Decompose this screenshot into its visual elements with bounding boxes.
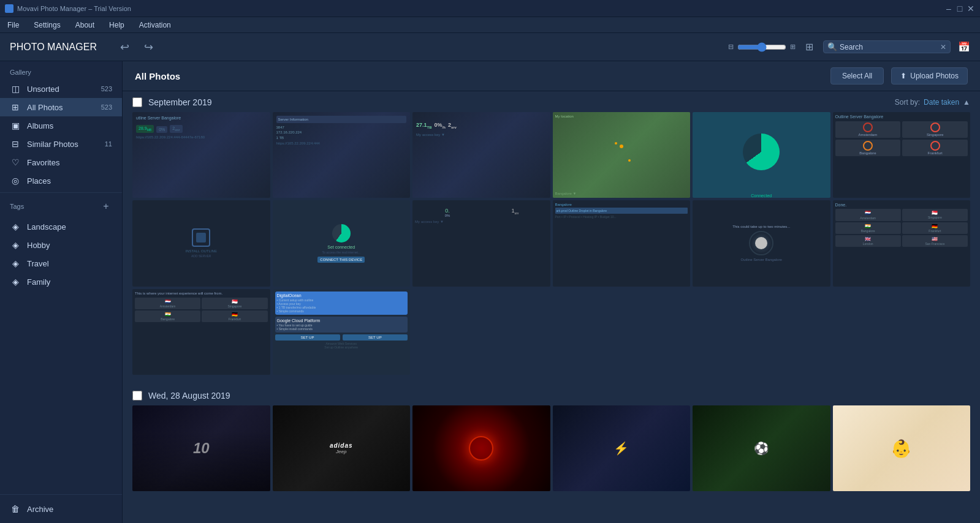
photo-thumb-aug-6[interactable]: 👶 [833,405,971,491]
menu-activation[interactable]: Activation [137,20,173,31]
sidebar-label-landscape: Landscape [27,222,112,231]
app-logo: PHOTO MANAGER [10,42,97,53]
photo-grid-aug: 10 adidas Jeep [132,405,970,491]
titlebar-left: Movavi Photo Manager – Trial Version [5,4,131,13]
favorites-icon: ♡ [10,157,21,167]
maximize-button[interactable]: □ [955,4,964,13]
tags-add-button[interactable]: + [100,200,112,213]
photo-thumb-sep-14[interactable]: DigitalOcean • Current setup with outlin… [273,289,411,375]
section-checkbox-aug[interactable] [132,391,142,401]
sidebar-item-archive[interactable]: 🗑 Archive [0,500,122,518]
search-box: 🔍 ✕ [823,40,951,53]
sidebar-item-all-photos[interactable]: ⊞ All Photos 523 [0,98,122,116]
all-photos-icon: ⊞ [10,102,21,112]
photo-thumb-aug-2[interactable]: adidas Jeep [273,405,411,491]
photo-thumb-sep-7[interactable]: INSTALL OUTLINE ADD SERVER [132,200,270,286]
sidebar-count-similar: 11 [105,140,112,148]
upload-label: Upload Photos [910,72,959,80]
undo-button[interactable]: ↩ [116,38,133,56]
photo-thumb-sep-8[interactable]: Set connected To access the real interne… [273,200,411,286]
places-icon: ◎ [10,176,21,186]
calendar-button[interactable]: 📅 [958,41,970,53]
menu-about[interactable]: About [73,20,97,31]
photo-thumb-sep-10[interactable]: Bangalore ark.prod Outline Droplet in Ba… [553,200,691,286]
minimize-button[interactable]: – [944,4,953,13]
sidebar-label-family: Family [27,277,112,287]
app-icon [5,4,13,13]
sidebar-label-hobby: Hobby [27,241,112,250]
window-controls[interactable]: – □ ✕ [944,4,975,13]
albums-icon: ▣ [10,121,21,130]
search-icon: 🔍 [827,42,837,51]
tags-label: Tags [10,203,100,210]
zoom-slider[interactable] [737,42,786,52]
photo-thumb-aug-3[interactable] [412,405,550,491]
photo-thumb-sep-2[interactable]: Server Information 3847172.16.220.2241 T… [273,112,411,198]
zoom-slider-group: ⊟ ⊞ [728,42,796,52]
photo-thumb-sep-4[interactable]: My location Bangalore ▼ [553,112,691,198]
photo-thumb-sep-1[interactable]: utline Server Bangalore 28.9MB 0% 2srvr … [132,112,270,198]
sort-value[interactable]: Date taken [924,98,959,107]
menu-file[interactable]: File [5,20,21,31]
window-title: Movavi Photo Manager – Trial Version [17,5,131,12]
photo-thumb-aug-4[interactable]: ⚡ [553,405,691,491]
view-toggle-button[interactable]: ⊞ [803,39,816,55]
sidebar-count-all-photos: 523 [101,103,112,111]
content-header: All Photos Select All ⬆ Upload Photos [123,61,980,91]
search-clear-icon[interactable]: ✕ [940,43,946,51]
sidebar-divider-1 [0,192,122,193]
sidebar-item-favorites[interactable]: ♡ Favorites [0,153,122,171]
app-logo-light: MANAGER [45,42,97,52]
sidebar-item-family[interactable]: ◈ Family [0,273,122,291]
section-header-aug: Wed, 28 August 2019 [132,385,970,405]
page-title: All Photos [135,71,823,81]
sort-by-group: Sort by: Date taken ▲ [895,98,970,107]
section-header-sep: September 2019 Sort by: Date taken ▲ [132,91,970,112]
family-icon: ◈ [10,277,21,287]
close-button[interactable]: ✕ [967,4,975,13]
upload-icon: ⬆ [900,72,906,80]
menu-help[interactable]: Help [107,20,127,31]
sidebar-item-travel[interactable]: ◈ Travel [0,254,122,273]
photo-grid-sep: utline Server Bangalore 28.9MB 0% 2srvr … [132,112,970,375]
sidebar-label-similar: Similar Photos [27,140,99,149]
main-layout: Gallery ◫ Unsorted 523 ⊞ All Photos 523 … [0,61,980,523]
tags-header: Tags + [0,195,122,217]
sidebar: Gallery ◫ Unsorted 523 ⊞ All Photos 523 … [0,61,123,523]
sidebar-item-places[interactable]: ◎ Places [0,171,122,190]
photo-thumb-sep-5[interactable]: Connected [693,112,830,198]
redo-button[interactable]: ↪ [140,38,157,56]
menu-settings[interactable]: Settings [31,20,63,31]
sort-arrow-icon[interactable]: ▲ [963,98,970,107]
photo-thumb-sep-12[interactable]: Done. 🇳🇱 Amsterdam 🇸🇬 Singapore [833,200,971,286]
section-checkbox-sep[interactable] [132,97,142,107]
select-all-button[interactable]: Select All [830,67,884,85]
menubar: File Settings About Help Activation [0,17,980,33]
gallery-label: Gallery [0,61,122,80]
unsorted-icon: ◫ [10,84,21,94]
photo-thumb-sep-13[interactable]: This is where your internet experience w… [132,289,270,375]
sidebar-label-favorites: Favorites [27,158,112,167]
sidebar-item-landscape[interactable]: ◈ Landscape [0,217,122,236]
section-date-sep: September 2019 [148,97,889,107]
photo-thumb-sep-3[interactable]: 27.1TB 0%/h 2srv My access key ▼ [412,112,550,198]
photo-thumb-aug-1[interactable]: 10 [132,405,270,491]
photo-thumb-sep-11[interactable]: This could take up to two minutes... Out… [693,200,830,286]
photo-thumb-aug-5[interactable]: ⚽ [693,405,830,491]
sidebar-item-hobby[interactable]: ◈ Hobby [0,236,122,254]
sidebar-item-unsorted[interactable]: ◫ Unsorted 523 [0,80,122,98]
zoom-max-icon: ⊞ [790,43,796,51]
search-input[interactable] [840,43,938,51]
sidebar-footer: 🗑 Archive [0,494,122,523]
photo-thumb-sep-9[interactable]: 0. 0% 1srv My access key ▼ [412,200,550,286]
landscape-icon: ◈ [10,222,21,231]
sidebar-count-unsorted: 523 [101,85,112,92]
sidebar-item-similar[interactable]: ⊟ Similar Photos 11 [0,135,122,153]
upload-photos-button[interactable]: ⬆ Upload Photos [891,67,968,85]
sidebar-item-albums[interactable]: ▣ Albums [0,116,122,135]
titlebar: Movavi Photo Manager – Trial Version – □… [0,0,980,17]
toolbar: PHOTO MANAGER ↩ ↪ ⊟ ⊞ ⊞ 🔍 ✕ 📅 [0,33,980,61]
photo-area: September 2019 Sort by: Date taken ▲ utl… [123,91,980,523]
sidebar-label-places: Places [27,176,112,186]
photo-thumb-sep-6[interactable]: Outline Server Bangalore Amsterdam Singa… [833,112,971,198]
